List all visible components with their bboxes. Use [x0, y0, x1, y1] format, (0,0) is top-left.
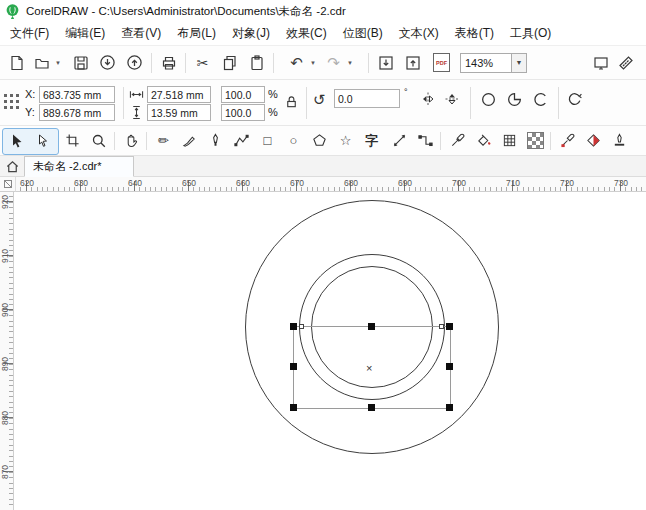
redo-dropdown-caret[interactable]: ▼ [346, 60, 354, 66]
ellipse-tool[interactable]: ○ [282, 129, 305, 152]
toolbar-separator [151, 53, 152, 73]
text-tool[interactable]: 字 [360, 129, 383, 152]
mirror-horizontal-button[interactable] [420, 91, 436, 107]
zoom-dropdown-caret[interactable]: ▼ [512, 53, 527, 73]
hruler-label: 700 [449, 178, 469, 188]
zoom-level-value[interactable]: 143% [460, 53, 512, 73]
smart-fill-tool[interactable] [472, 129, 495, 152]
outline-pen-tool[interactable] [608, 129, 631, 152]
scale-x-field[interactable]: 100.0 [221, 86, 265, 103]
mesh-fill-tool[interactable] [498, 129, 521, 152]
arc-node-left[interactable] [299, 324, 304, 329]
export-button[interactable] [400, 50, 425, 75]
hruler-label: 670 [287, 178, 307, 188]
publish-pdf-button[interactable]: PDF [429, 50, 454, 75]
eyedropper-tool[interactable] [446, 129, 469, 152]
x-position-field[interactable]: 683.735 mm [39, 86, 115, 103]
menu-effects[interactable]: 效果(C) [278, 22, 335, 45]
fullscreen-preview-button[interactable] [588, 50, 613, 75]
ellipse-mode-button[interactable] [480, 91, 497, 108]
scale-y-field[interactable]: 100.0 [221, 104, 265, 121]
menu-text[interactable]: 文本(X) [391, 22, 447, 45]
title-bar: CorelDRAW - C:\Users\Administrator\Docum… [0, 0, 646, 22]
polyline-tool[interactable] [230, 129, 253, 152]
open-dropdown-caret[interactable]: ▼ [54, 60, 62, 66]
selection-handle-bottom-left[interactable] [290, 404, 297, 411]
show-rulers-button[interactable] [613, 50, 638, 75]
pick-tool[interactable] [5, 129, 28, 152]
change-direction-button[interactable] [566, 91, 583, 108]
dimension-tool[interactable] [388, 129, 411, 152]
save-button[interactable] [68, 50, 93, 75]
selection-handle-bottom-right[interactable] [446, 404, 453, 411]
print-button[interactable] [156, 50, 181, 75]
menu-file[interactable]: 文件(F) [2, 22, 57, 45]
save-to-cloud-button[interactable] [122, 50, 147, 75]
property-bar: X: 683.735 mm Y: 889.678 mm 27.518 mm 13… [0, 80, 646, 126]
transparency-tool[interactable] [524, 129, 547, 152]
y-position-field[interactable]: 889.678 mm [39, 104, 115, 121]
welcome-tab-button[interactable] [3, 157, 22, 176]
menu-tools[interactable]: 工具(O) [502, 22, 559, 45]
pan-tool[interactable] [120, 129, 143, 152]
horizontal-ruler-ticks [16, 177, 646, 191]
object-center-marker[interactable]: × [366, 363, 372, 373]
menu-bar: 文件(F) 编辑(E) 查看(V) 布局(L) 对象(J) 效果(C) 位图(B… [0, 22, 646, 46]
selection-handle-middle-left[interactable] [290, 363, 297, 370]
object-height-field[interactable]: 13.59 mm [147, 104, 211, 121]
undo-button[interactable]: ↶ [284, 50, 309, 75]
undo-dropdown-caret[interactable]: ▼ [309, 60, 317, 66]
new-document-button[interactable] [4, 50, 29, 75]
mirror-vertical-button[interactable] [444, 91, 460, 107]
interactive-fill-tool[interactable] [582, 129, 605, 152]
menu-object[interactable]: 对象(J) [224, 22, 278, 45]
horizontal-ruler[interactable] [0, 177, 646, 192]
menu-table[interactable]: 表格(T) [447, 22, 502, 45]
arc-mode-button[interactable] [532, 91, 549, 108]
menu-layout[interactable]: 布局(L) [169, 22, 224, 45]
hruler-label: 720 [557, 178, 577, 188]
coreldraw-logo-icon [5, 3, 20, 20]
arc-node-right[interactable] [439, 324, 444, 329]
selection-handle-top-left[interactable] [290, 323, 297, 330]
paste-button[interactable] [244, 50, 269, 75]
vruler-label: 900 [0, 300, 10, 320]
copy-button[interactable] [217, 50, 242, 75]
redo-button[interactable]: ↷ [321, 50, 346, 75]
ruler-origin-button[interactable] [0, 177, 16, 192]
document-tab-active[interactable]: 未命名 -2.cdr* [24, 156, 134, 177]
standard-toolbar: ▼ ✂ ↶ ▼ ↷ ▼ PDF 143% ▼ [0, 46, 646, 80]
selection-handle-top-middle[interactable] [368, 323, 375, 330]
toolbox-separator [114, 132, 115, 150]
selection-handle-top-right[interactable] [446, 323, 453, 330]
connector-tool[interactable] [414, 129, 437, 152]
menu-bitmaps[interactable]: 位图(B) [335, 22, 391, 45]
open-button[interactable] [29, 50, 54, 75]
lock-ratio-icon[interactable] [284, 94, 299, 109]
pie-mode-button[interactable] [506, 91, 523, 108]
import-button[interactable] [373, 50, 398, 75]
menu-view[interactable]: 查看(V) [113, 22, 169, 45]
crop-tool[interactable] [61, 129, 84, 152]
zoom-tool[interactable] [87, 129, 110, 152]
zoom-level-combobox[interactable]: 143% ▼ [460, 53, 527, 73]
object-width-field[interactable]: 27.518 mm [147, 86, 211, 103]
polygon-tool[interactable] [308, 129, 331, 152]
cut-button[interactable]: ✂ [190, 50, 215, 75]
artistic-media-tool[interactable] [178, 129, 201, 152]
menu-edit[interactable]: 编辑(E) [57, 22, 113, 45]
selection-handle-bottom-middle[interactable] [368, 404, 375, 411]
star-tool[interactable]: ☆ [334, 129, 357, 152]
toolbox-separator [440, 132, 441, 150]
open-from-cloud-button[interactable] [95, 50, 120, 75]
hruler-label: 640 [125, 178, 145, 188]
object-origin-grid-icon[interactable] [3, 93, 20, 110]
shape-tool[interactable] [31, 129, 54, 152]
pen-tool[interactable] [204, 129, 227, 152]
freehand-tool[interactable]: ✏ [152, 129, 175, 152]
rotation-angle-field[interactable]: 0.0 [334, 89, 400, 108]
color-eyedropper-tool[interactable] [556, 129, 579, 152]
window-title: CorelDRAW - C:\Users\Administrator\Docum… [26, 4, 346, 19]
rectangle-tool[interactable]: □ [256, 129, 279, 152]
selection-handle-middle-right[interactable] [446, 363, 453, 370]
